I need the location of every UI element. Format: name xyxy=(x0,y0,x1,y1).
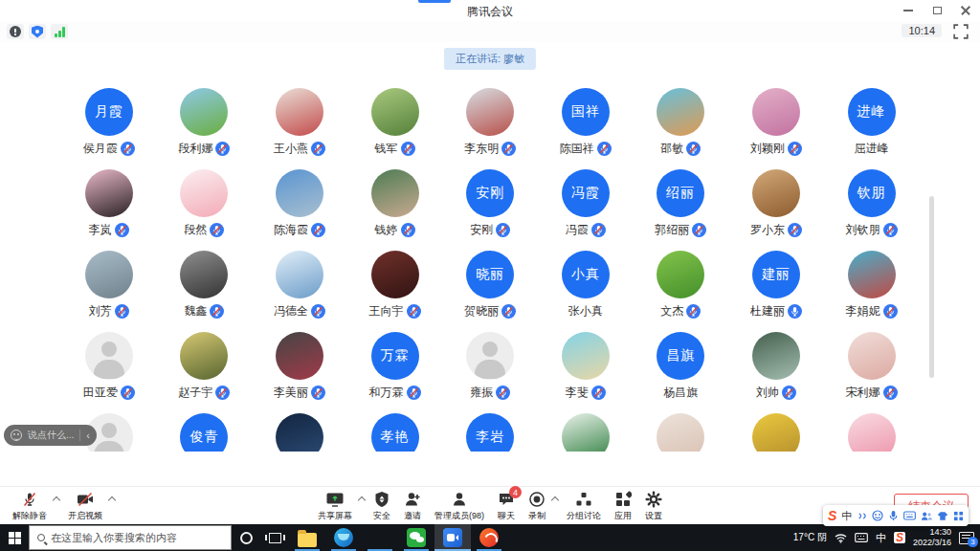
taskbar-clock[interactable]: 14:30 2022/3/16 xyxy=(913,527,951,548)
participant-tile[interactable]: 俊青 xyxy=(157,413,253,452)
participant-tile[interactable]: 刘颖刚 xyxy=(728,88,824,169)
participant-tile[interactable]: 雍振 xyxy=(442,332,538,413)
toolbar-button-apps[interactable]: 应用 xyxy=(608,490,638,522)
taskbar-app-file-explorer[interactable] xyxy=(289,524,325,551)
participant-tile[interactable]: 李美丽 xyxy=(252,332,347,413)
minimize-button[interactable] xyxy=(894,0,923,21)
taskbar-app-sogou[interactable] xyxy=(471,524,507,551)
voice-input-icon[interactable] xyxy=(888,510,899,521)
taskbar-app-edge[interactable] xyxy=(325,524,362,551)
participant-tile[interactable]: 段利娜 xyxy=(157,88,253,169)
toolbar-button-members[interactable]: 管理成员(98) xyxy=(428,490,491,522)
title-bar[interactable]: 腾讯会议 xyxy=(0,0,980,21)
chevron-up-icon[interactable] xyxy=(551,496,559,504)
start-button[interactable] xyxy=(0,524,29,551)
toolbar-button-screen-share[interactable]: 共享屏幕 xyxy=(311,490,359,522)
participant-tile[interactable]: 小真 张小真 xyxy=(538,251,634,332)
toolbar-button-security-shield[interactable]: 安全 xyxy=(367,490,397,522)
participant-tile[interactable]: 魏鑫 xyxy=(157,251,253,332)
chevron-up-icon[interactable] xyxy=(108,496,116,504)
contacts-icon[interactable] xyxy=(921,511,932,521)
participant-tile[interactable]: 李娟妮 xyxy=(824,251,920,332)
weather-widget[interactable]: 17°C 阴 xyxy=(793,531,827,544)
participant-tile[interactable]: 陈海霞 xyxy=(252,169,347,251)
toolbar-button-mic-off[interactable]: 解除静音 xyxy=(6,490,54,522)
notification-center-button[interactable]: 3 xyxy=(959,532,974,544)
participant-tile[interactable]: 绍丽 郭绍丽 xyxy=(634,169,729,251)
taskbar-app-tencent-meeting[interactable] xyxy=(434,524,471,551)
participant-tile[interactable] xyxy=(824,413,920,452)
participant-tile[interactable]: 钦朋 刘钦朋 xyxy=(824,169,920,251)
participant-tile[interactable]: 田亚爱 xyxy=(61,332,157,413)
task-view-button[interactable] xyxy=(260,524,289,551)
participant-tile[interactable]: 邵敏 xyxy=(634,88,729,169)
quick-chat-bubble[interactable]: 说点什么... ‹ xyxy=(4,425,97,446)
participant-tile[interactable]: 建丽 杜建丽 xyxy=(728,251,824,332)
sogou-logo-icon[interactable]: S xyxy=(828,508,836,523)
toolbar-button-camera-off[interactable]: 开启视频 xyxy=(61,490,109,522)
chat-input-placeholder[interactable]: 说点什么... xyxy=(28,429,74,442)
keyboard-icon[interactable] xyxy=(903,511,916,520)
participant-tile[interactable]: 李东明 xyxy=(442,88,538,169)
punctuation-icon[interactable] xyxy=(857,511,867,521)
participant-tile[interactable]: 李岩 xyxy=(442,413,538,452)
fullscreen-button[interactable] xyxy=(953,24,969,39)
participant-tile[interactable]: 段然 xyxy=(157,169,253,251)
toolbar-button-invite-person[interactable]: 邀请 xyxy=(397,490,428,522)
participant-tile[interactable]: 安刚 安刚 xyxy=(442,169,538,251)
participant-tile[interactable] xyxy=(538,413,634,452)
chevron-up-icon[interactable] xyxy=(358,496,366,504)
participant-tile[interactable] xyxy=(252,413,347,452)
participant-tile[interactable]: 宋利娜 xyxy=(824,332,920,413)
participant-tile[interactable]: 文杰 xyxy=(634,251,729,332)
participant-name: 和万霖 xyxy=(369,385,404,401)
participant-tile[interactable]: 李斐 xyxy=(538,332,634,413)
touch-keyboard-icon[interactable] xyxy=(855,533,868,542)
participant-tile[interactable]: 月霞 侯月霞 xyxy=(61,88,157,169)
scrollbar[interactable] xyxy=(929,196,934,378)
taskbar-search-input[interactable]: 在这里输入你要搜索的内容 xyxy=(29,525,232,550)
chevron-up-icon[interactable] xyxy=(53,496,60,504)
taskbar-app-user-app[interactable] xyxy=(362,524,398,551)
skin-icon[interactable] xyxy=(937,511,948,521)
toolbox-grid-icon[interactable] xyxy=(953,511,964,521)
participant-tile[interactable]: 冯霞 冯霞 xyxy=(538,169,634,251)
participant-tile[interactable]: 进峰 屈进峰 xyxy=(824,88,920,169)
sogou-tray-icon[interactable]: S xyxy=(894,532,905,543)
meeting-info-button[interactable] xyxy=(7,24,24,39)
participant-tile[interactable]: 刘芳 xyxy=(61,251,157,332)
emoji-icon[interactable] xyxy=(872,510,883,521)
toolbar-button-record[interactable]: 录制 xyxy=(522,490,552,522)
participant-tile[interactable] xyxy=(634,413,729,452)
sogou-input-toolbar[interactable]: S 中 xyxy=(823,505,969,526)
participant-tile[interactable]: 国祥 陈国祥 xyxy=(538,88,634,169)
protection-button[interactable] xyxy=(29,24,46,39)
network-icon[interactable] xyxy=(835,533,847,543)
maximize-button[interactable] xyxy=(923,0,951,21)
cortana-button[interactable] xyxy=(232,524,260,551)
participant-tile[interactable]: 晓丽 贺晓丽 xyxy=(442,251,538,332)
network-quality-button[interactable] xyxy=(51,24,68,39)
participant-tile[interactable]: 孝艳 xyxy=(347,413,443,452)
toolbar-button-breakout[interactable]: 分组讨论 xyxy=(560,490,608,522)
toolbar-button-chat[interactable]: 4 聊天 xyxy=(491,490,522,522)
participant-tile[interactable]: 钱军 xyxy=(347,88,443,169)
participant-tile[interactable]: 刘帅 xyxy=(728,332,824,413)
participant-tile[interactable]: 王向宇 xyxy=(347,251,443,332)
participant-tile[interactable]: 罗小东 xyxy=(728,169,824,251)
collapse-arrow-icon[interactable]: ‹ xyxy=(86,430,90,440)
participant-tile[interactable]: 昌旗 杨昌旗 xyxy=(634,332,729,413)
emoji-icon[interactable] xyxy=(11,430,22,441)
taskbar-app-wechat[interactable] xyxy=(398,524,434,551)
close-button[interactable] xyxy=(951,0,980,21)
participant-tile[interactable] xyxy=(728,413,824,452)
toolbar-button-settings-gear[interactable]: 设置 xyxy=(638,490,669,522)
ime-mode-toggle[interactable]: 中 xyxy=(841,509,852,523)
participant-tile[interactable]: 王小燕 xyxy=(252,88,347,169)
participant-tile[interactable]: 钱婷 xyxy=(347,169,443,251)
participant-tile[interactable]: 冯德全 xyxy=(252,251,347,332)
participant-tile[interactable]: 万霖 和万霖 xyxy=(347,332,443,413)
participant-tile[interactable]: 李岚 xyxy=(61,169,157,251)
participant-tile[interactable]: 赵子宇 xyxy=(157,332,253,413)
ime-indicator[interactable]: 中 xyxy=(876,531,886,545)
